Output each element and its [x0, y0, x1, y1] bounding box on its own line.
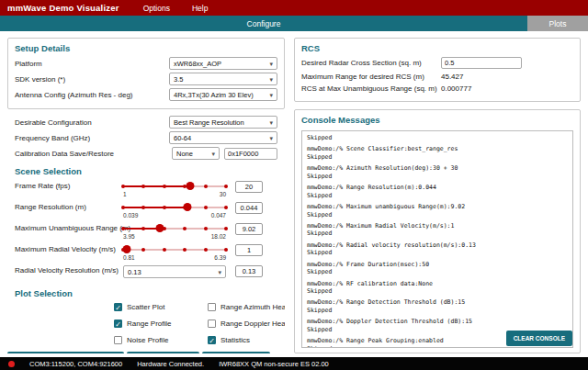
rcs-title: RCS	[301, 43, 573, 53]
unchecked-checkbox-icon[interactable]	[114, 336, 122, 344]
console-line: Skipped	[307, 211, 568, 219]
rcs-section: RCS Desired Radar Cross Section (sq. m) …	[294, 38, 581, 102]
plot-selection-grid: ✓Scatter PlotRange Azimuth Heat Map✓Rang…	[114, 303, 277, 344]
calibration-row: Calibration Data Save/Restore None ▾	[15, 147, 277, 160]
slider-tick	[224, 206, 228, 209]
calibration-value: None	[176, 150, 193, 158]
unchecked-checkbox-icon[interactable]	[208, 303, 216, 311]
console-line: mmwDemo:/% Maximum unambiguous Range(m):…	[307, 203, 568, 210]
checkbox-range-profile[interactable]: ✓Range Profile	[114, 320, 198, 328]
max-radial-velocity-label: Maximum Radial Velocity (m/s)	[15, 244, 123, 253]
max-radial-velocity-row: Maximum Radial Velocity (m/s) 0.81 6.39	[15, 244, 277, 261]
radial-velocity-resolution-value-input[interactable]	[235, 265, 263, 277]
calibration-address-input[interactable]	[224, 148, 277, 160]
antenna-config-label: Antenna Config (Azimuth Res - deg)	[15, 91, 133, 99]
status-bar: COM3:115200, COM4:921600 Hardware Connec…	[0, 357, 588, 370]
slider-tick	[204, 206, 208, 209]
checkbox-scatter-plot[interactable]: ✓Scatter Plot	[114, 303, 198, 311]
unchecked-checkbox-icon[interactable]	[208, 320, 216, 328]
slider-track[interactable]	[123, 249, 226, 251]
desirable-configuration-select[interactable]: Best Range Resolution ▾	[169, 116, 277, 129]
plot-selection-section: Plot Selection ✓Scatter PlotRange Azimut…	[7, 283, 285, 344]
checked-checkbox-icon[interactable]: ✓	[114, 320, 122, 328]
antenna-config-value: 4Rx,3Tx(30 Azim 30 Elev)	[174, 91, 254, 99]
console-line: Skipped	[307, 153, 568, 161]
radial-velocity-resolution-row: Radial Velocity Resolution (m/s) 0.13 ▾	[15, 265, 277, 278]
slider-tick	[204, 185, 208, 188]
console-output[interactable]: SkippedmmwDemo:/% Scene Classifier:best_…	[301, 130, 573, 348]
frame-rate-slider[interactable]: 1 30	[123, 182, 226, 190]
checkbox-range-azimuth-heat-map[interactable]: Range Azimuth Heat Map	[208, 303, 285, 311]
slider-max-label: 30	[220, 191, 226, 197]
rcs-at-max-range-row: RCS at Max Unambiguous Range (sq. m) 0.0…	[301, 84, 573, 93]
clear-console-button[interactable]: CLEAR CONSOLE	[506, 331, 572, 346]
platform-select[interactable]: xWR68xx_AOP ▾	[169, 57, 277, 70]
setup-details-section: Setup Details Platform xWR68xx_AOP ▾ SDK…	[7, 38, 285, 109]
max-unambiguous-range-slider[interactable]: 3.95 18.02	[123, 224, 226, 232]
checked-checkbox-icon[interactable]: ✓	[208, 336, 216, 344]
console-line: mmwDemo:/% Range Resolution(m):0.044	[307, 184, 568, 191]
frequency-band-select[interactable]: 60-64 ▾	[169, 131, 277, 144]
console-line: mmwDemo:/% RF calibration data:None	[307, 280, 568, 287]
slider-max-label: 0.047	[211, 212, 226, 219]
range-resolution-value-input[interactable]	[235, 202, 263, 214]
slider-tick	[224, 185, 228, 188]
menu-options[interactable]: Options	[143, 4, 170, 13]
radial-velocity-resolution-value: 0.13	[128, 268, 141, 276]
slider-handle[interactable]	[187, 182, 195, 190]
max-range-for-rcs-value: 45.427	[441, 73, 463, 81]
desired-rcs-input[interactable]	[441, 57, 522, 69]
console-line: mmwDemo:/% Maximum Radial Velocity(m/s):…	[307, 222, 568, 230]
slider-tick	[141, 227, 145, 230]
chevron-down-icon: ▾	[269, 135, 273, 141]
menu-bar: Options Help	[143, 4, 209, 13]
chevron-down-icon: ▾	[211, 151, 215, 157]
app-header: mmWave Demo Visualizer Options Help	[0, 0, 588, 16]
max-unambiguous-range-label: Maximum Unambiguous Range (m)	[15, 223, 123, 232]
slider-handle[interactable]	[184, 203, 192, 211]
slider-tick	[183, 248, 187, 252]
slider-min-label: 1	[123, 191, 127, 197]
tab-configure[interactable]: Configure	[0, 16, 527, 31]
range-resolution-slider[interactable]: 0.039 0.047	[123, 203, 226, 211]
frame-rate-value-input[interactable]	[235, 181, 263, 193]
max-radial-velocity-value-input[interactable]	[235, 244, 263, 256]
send-config-button[interactable]: SEND CONFIG TO MMWAVE DEVICE	[7, 352, 124, 353]
console-line: mmwDemo:/% Radial velocity resolution(m/…	[307, 241, 568, 249]
save-config-button[interactable]: SAVE CONFIG TO PC	[127, 352, 199, 353]
tab-plots[interactable]: Plots	[527, 16, 588, 31]
connection-status-icon	[8, 361, 15, 367]
checkbox-range-doppler-heat-map[interactable]: Range Doppler Heat Map	[208, 320, 285, 328]
slider-tick	[141, 185, 145, 188]
antenna-config-select[interactable]: 4Rx,3Tx(30 Azim 30 Elev) ▾	[169, 88, 277, 101]
slider-min-label: 3.95	[123, 233, 135, 240]
slider-tick	[224, 248, 228, 252]
radial-velocity-resolution-label: Radial Velocity Resolution (m/s)	[15, 265, 123, 275]
checkbox-noise-profile[interactable]: Noise Profile	[114, 336, 198, 344]
max-unambiguous-range-value-input[interactable]	[235, 223, 263, 235]
menu-help[interactable]: Help	[192, 4, 208, 13]
slider-tick	[163, 206, 166, 209]
slider-handle[interactable]	[122, 245, 130, 253]
console-line: Skipped	[307, 192, 568, 199]
radial-velocity-resolution-select[interactable]: 0.13 ▾	[123, 265, 226, 278]
slider-tick	[121, 227, 125, 230]
chevron-down-icon: ▾	[269, 92, 273, 98]
slider-tick	[163, 248, 166, 252]
status-ports: COM3:115200, COM4:921600	[29, 360, 122, 368]
reset-selection-button[interactable]: RESET SELECTION	[202, 352, 270, 353]
calibration-select[interactable]: None ▾	[172, 147, 220, 160]
frequency-band-value: 60-64	[174, 134, 191, 142]
antenna-config-row: Antenna Config (Azimuth Res - deg) 4Rx,3…	[15, 88, 277, 101]
checkbox-statistics[interactable]: ✓Statistics	[208, 336, 285, 344]
desirable-configuration-label: Desirable Configuration	[15, 118, 92, 127]
plot-selection-title: Plot Selection	[15, 288, 277, 298]
max-radial-velocity-slider[interactable]: 0.81 6.39	[123, 245, 226, 253]
desirable-configuration-value: Best Range Resolution	[174, 118, 244, 127]
slider-tick	[141, 206, 145, 209]
slider-handle[interactable]	[156, 224, 164, 232]
max-unambiguous-range-row: Maximum Unambiguous Range (m) 3.95 18.02	[15, 223, 277, 240]
checked-checkbox-icon[interactable]: ✓	[114, 303, 122, 311]
scene-selection-title: Scene Selection	[15, 166, 277, 176]
sdk-version-select[interactable]: 3.5 ▾	[169, 73, 277, 85]
